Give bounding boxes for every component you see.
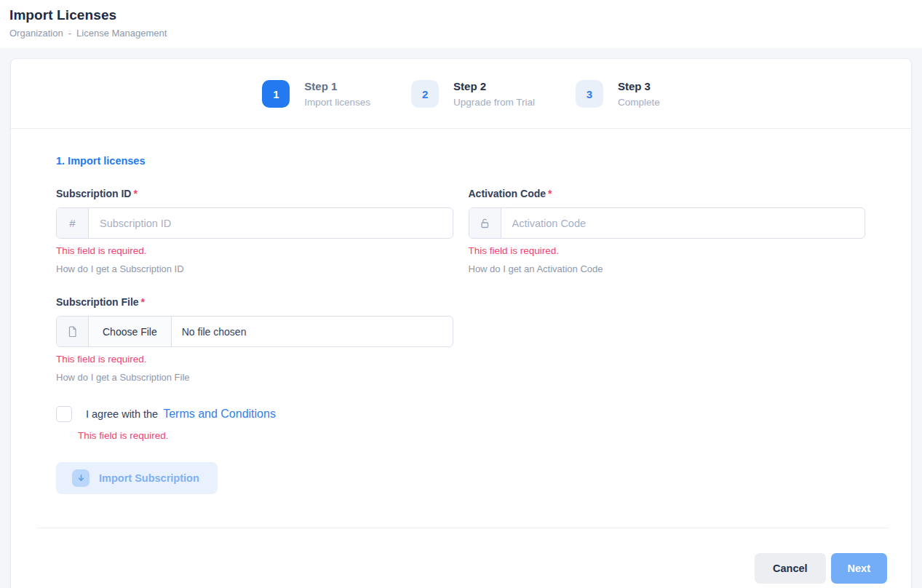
subscription-file-input-group: Choose File No file chosen: [56, 316, 453, 347]
unlock-icon: [469, 208, 501, 238]
subscription-file-help-link[interactable]: How do I get a Subscription File: [56, 372, 190, 383]
stepper-step-3[interactable]: 3 Step 3 Complete: [576, 80, 660, 108]
empty-column-spacer: [469, 296, 866, 384]
import-licenses-form: 1. Import licenses Subscription ID* # Th…: [11, 129, 911, 494]
subscription-file-field-group: Subscription File* Choose File No file c…: [56, 296, 453, 384]
breadcrumb-item-organization[interactable]: Organization: [9, 28, 63, 39]
next-button[interactable]: Next: [831, 553, 887, 584]
terms-agreement-row: I agree with the Terms and Conditions: [56, 406, 865, 422]
activation-code-field-group: Activation Code* This field is required.…: [469, 188, 866, 275]
import-licenses-card: 1 Step 1 Import licenses 2 Step 2 Upgrad…: [10, 58, 912, 588]
step-1-badge: 1: [262, 80, 290, 108]
activation-code-help-link[interactable]: How do I get an Activation Code: [469, 263, 603, 274]
activation-code-input-group: [469, 207, 866, 239]
step-1-title: Step 1: [304, 80, 370, 92]
terms-checkbox[interactable]: [56, 406, 72, 422]
breadcrumb-separator: -: [68, 28, 71, 39]
subscription-id-error: This field is required.: [56, 245, 453, 256]
subscription-id-field-group: Subscription ID* # This field is require…: [56, 188, 453, 275]
breadcrumb: Organization - License Management: [9, 28, 910, 39]
import-subscription-label: Import Subscription: [99, 472, 199, 484]
stepper-step-1[interactable]: 1 Step 1 Import licenses: [262, 80, 370, 108]
step-2-badge: 2: [411, 80, 439, 108]
step-3-badge: 3: [576, 80, 603, 108]
import-subscription-button[interactable]: Import Subscription: [56, 462, 218, 494]
file-icon: [57, 317, 89, 346]
subscription-id-input-group: #: [56, 207, 453, 239]
subscription-file-label: Subscription File*: [56, 296, 453, 308]
wizard-stepper: 1 Step 1 Import licenses 2 Step 2 Upgrad…: [11, 59, 911, 129]
step-3-title: Step 3: [618, 80, 660, 92]
subscription-id-help-link[interactable]: How do I get a Subscription ID: [56, 263, 184, 274]
page-header: Import Licenses Organization - License M…: [0, 0, 922, 48]
hash-icon: #: [57, 208, 89, 238]
file-name-text: No file chosen: [172, 317, 257, 346]
subscription-id-input[interactable]: [89, 208, 453, 238]
activation-code-label: Activation Code*: [469, 188, 866, 199]
wizard-actions: Cancel Next: [11, 528, 911, 588]
step-2-title: Step 2: [453, 80, 535, 92]
required-asterisk: *: [141, 296, 145, 308]
page-title: Import Licenses: [9, 7, 910, 23]
breadcrumb-item-license-management[interactable]: License Management: [76, 28, 167, 39]
stepper-step-2[interactable]: 2 Step 2 Upgrade from Trial: [411, 80, 535, 108]
terms-agreement-text: I agree with the: [86, 408, 158, 420]
section-title: 1. Import licenses: [56, 155, 865, 167]
subscription-id-label: Subscription ID*: [56, 188, 453, 199]
cancel-button[interactable]: Cancel: [755, 553, 826, 584]
step-1-subtitle: Import licenses: [304, 97, 370, 108]
activation-code-input[interactable]: [501, 208, 865, 238]
required-asterisk: *: [548, 188, 552, 199]
subscription-file-error: This field is required.: [56, 354, 453, 365]
activation-code-error: This field is required.: [469, 245, 866, 256]
terms-and-conditions-link[interactable]: Terms and Conditions: [163, 408, 276, 421]
step-2-subtitle: Upgrade from Trial: [453, 97, 535, 108]
download-icon: [72, 469, 90, 487]
choose-file-button[interactable]: Choose File: [89, 317, 172, 346]
step-3-subtitle: Complete: [618, 97, 660, 108]
terms-agreement-error: This field is required.: [78, 430, 865, 441]
required-asterisk: *: [133, 188, 137, 199]
